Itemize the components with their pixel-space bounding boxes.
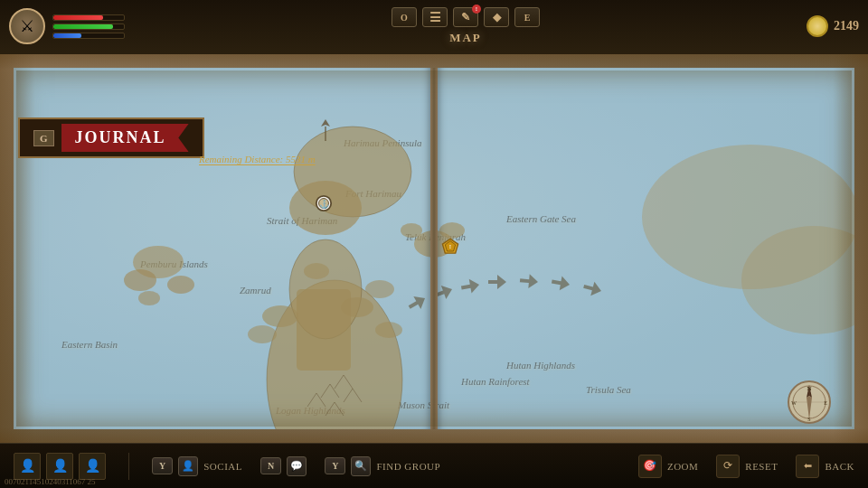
top-bar: ⚔ O ☰ ✎ ! [0,0,868,52]
reset-section[interactable]: ⟳ RESET [716,455,778,478]
compass-rose: N S W E [787,380,832,425]
health-bars [52,14,125,39]
currency-value: 2149 [834,19,859,33]
game-frame: ⚔ O ☰ ✎ ! [0,0,868,488]
player-icon-2[interactable]: 👤 [46,453,73,480]
chat-section[interactable]: N 💬 [260,456,307,476]
social-section[interactable]: Y 👤 SOCIAL [152,456,242,476]
gem-button[interactable]: ◆ [484,7,509,27]
find-group-icon: 🔍 [351,456,371,476]
zoom-section[interactable]: 🎯 ZOOM [638,455,698,478]
svg-text:E: E [824,400,827,406]
top-center: O ☰ ✎ ! ◆ E MAP [125,7,807,45]
back-icon: ⬅ [796,455,819,478]
find-group-section[interactable]: Y 🔍 FIND GROUP [325,456,440,476]
journal-header: G JOURNAL [18,117,204,158]
map-container[interactable]: G JOURNAL Remaining Distance: 5531 m Har… [0,54,868,443]
stamina-bar [52,23,125,30]
player-icon-1[interactable]: 👤 [14,453,41,480]
book-spine [430,54,438,443]
zoom-label: ZOOM [667,461,698,472]
player-icon-3[interactable]: 👤 [79,453,106,480]
chat-icon: 💬 [287,456,307,476]
social-key: Y [152,457,173,474]
coin-icon [807,15,828,37]
reset-icon: ⟳ [716,455,740,478]
bottom-bar: 👤 👤 👤 Y 👤 SOCIAL N 💬 Y 🔍 FIND GROUP 🎯 ZO… [0,443,868,488]
journal-label: JOURNAL [75,128,166,146]
svg-text:W: W [791,400,797,406]
player-icons: 👤 👤 👤 [14,453,106,480]
svg-text:⚓: ⚓ [319,199,330,210]
journal-banner: JOURNAL [61,124,189,152]
journal-key: G [33,130,54,146]
journal-tab: G JOURNAL [18,117,204,158]
player-avatar: ⚔ [9,8,45,44]
back-label: BACK [825,461,854,472]
player-id: 00702114510240311067 25 [5,477,96,486]
quest-marker: ! [441,238,459,256]
xp-bar [52,33,125,39]
chat-key: N [260,457,281,474]
player-info: ⚔ [9,8,125,44]
edit-button[interactable]: ✎ ! [453,7,478,27]
find-group-key: Y [325,457,345,474]
zoom-icon: 🎯 [638,455,662,478]
social-label: SOCIAL [203,461,242,472]
equip-button[interactable]: E [514,7,540,27]
separator-1 [128,453,129,480]
svg-text:!: ! [449,243,451,250]
map-title: MAP [449,31,482,45]
currency-display: 2149 [807,15,859,37]
waypoint-distance: Remaining Distance: 5531 m [199,154,316,164]
inventory-button[interactable]: O [392,7,417,27]
social-icon: 👤 [178,456,198,476]
find-group-label: FIND GROUP [376,461,440,472]
back-section[interactable]: ⬅ BACK [796,455,854,478]
reset-label: RESET [745,461,778,472]
fort-marker: ⚓ [315,194,333,212]
hp-bar [52,14,125,21]
menu-button[interactable]: ☰ [422,7,448,27]
toolbar-icons: O ☰ ✎ ! ◆ E [392,7,540,27]
